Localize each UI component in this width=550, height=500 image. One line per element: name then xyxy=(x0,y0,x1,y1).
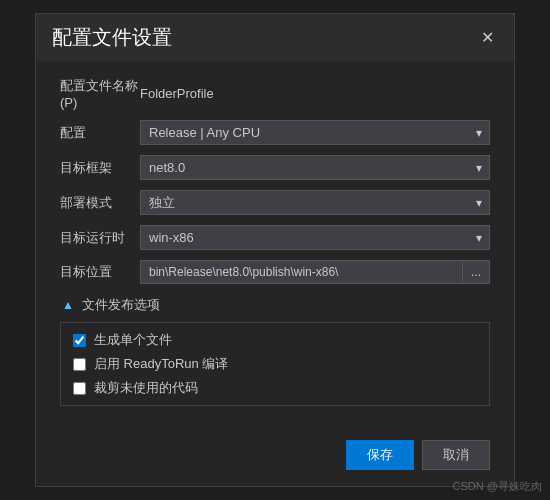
options-box: 生成单个文件 启用 ReadyToRun 编译 裁剪未使用的代码 xyxy=(60,322,490,406)
profile-name-value: FolderProfile xyxy=(140,86,490,101)
option-row-2: 裁剪未使用的代码 xyxy=(73,379,477,397)
expand-icon: ▲ xyxy=(60,297,76,313)
location-row: 目标位置 ... xyxy=(60,260,490,284)
title-bar: 配置文件设置 ✕ xyxy=(36,14,514,61)
config-select[interactable]: Release | Any CPU xyxy=(140,120,490,145)
config-select-wrapper: Release | Any CPU xyxy=(140,120,490,145)
profile-name-label: 配置文件名称(P) xyxy=(60,77,140,110)
watermark: CSDN @寻妹吃肉 xyxy=(453,479,542,494)
config-label: 配置 xyxy=(60,124,140,142)
option-checkbox-0[interactable] xyxy=(73,334,86,347)
deploy-select-wrapper: 独立 xyxy=(140,190,490,215)
config-row: 配置 Release | Any CPU xyxy=(60,120,490,145)
location-input[interactable] xyxy=(140,260,463,284)
option-label-1: 启用 ReadyToRun 编译 xyxy=(94,355,228,373)
framework-select[interactable]: net8.0 xyxy=(140,155,490,180)
location-path-row: ... xyxy=(140,260,490,284)
option-label-0: 生成单个文件 xyxy=(94,331,172,349)
location-label: 目标位置 xyxy=(60,263,140,281)
section-title: 文件发布选项 xyxy=(82,296,160,314)
framework-row: 目标框架 net8.0 xyxy=(60,155,490,180)
framework-label: 目标框架 xyxy=(60,159,140,177)
cancel-button[interactable]: 取消 xyxy=(422,440,490,470)
deploy-select[interactable]: 独立 xyxy=(140,190,490,215)
close-button[interactable]: ✕ xyxy=(476,27,498,49)
framework-select-wrapper: net8.0 xyxy=(140,155,490,180)
form-content: 配置文件名称(P) FolderProfile 配置 Release | Any… xyxy=(36,61,514,430)
save-button[interactable]: 保存 xyxy=(346,440,414,470)
deploy-label: 部署模式 xyxy=(60,194,140,212)
profile-name-row: 配置文件名称(P) FolderProfile xyxy=(60,77,490,110)
option-row-1: 启用 ReadyToRun 编译 xyxy=(73,355,477,373)
settings-dialog: 配置文件设置 ✕ 配置文件名称(P) FolderProfile 配置 Rele… xyxy=(35,13,515,487)
option-checkbox-1[interactable] xyxy=(73,358,86,371)
dialog-title: 配置文件设置 xyxy=(52,24,172,51)
deploy-row: 部署模式 独立 xyxy=(60,190,490,215)
runtime-label: 目标运行时 xyxy=(60,229,140,247)
footer: 保存 取消 xyxy=(36,430,514,486)
browse-button[interactable]: ... xyxy=(463,260,490,284)
option-checkbox-2[interactable] xyxy=(73,382,86,395)
option-label-2: 裁剪未使用的代码 xyxy=(94,379,198,397)
runtime-select[interactable]: win-x86 xyxy=(140,225,490,250)
runtime-select-wrapper: win-x86 xyxy=(140,225,490,250)
option-row-0: 生成单个文件 xyxy=(73,331,477,349)
section-header[interactable]: ▲ 文件发布选项 xyxy=(60,296,490,314)
runtime-row: 目标运行时 win-x86 xyxy=(60,225,490,250)
